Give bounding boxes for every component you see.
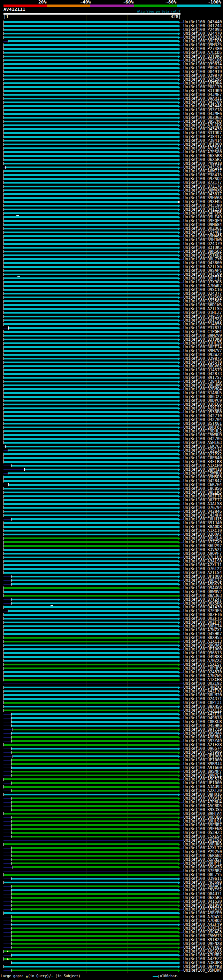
hit-arrow-icon <box>178 568 180 571</box>
hit-arrow-icon <box>178 82 180 85</box>
hit-arrow-icon <box>178 966 180 968</box>
hit-arrow-icon <box>178 655 180 659</box>
hit-arrow-icon <box>178 595 180 597</box>
hit-arrow-icon <box>178 480 180 482</box>
hit-arrow-icon <box>178 786 180 788</box>
navy-underline <box>3 840 183 841</box>
navy-underline-right <box>180 917 183 918</box>
hit-arrow-icon <box>178 71 180 73</box>
hit-bar <box>11 518 178 520</box>
hit-arrow-icon <box>178 113 180 115</box>
navy-underline-right <box>180 83 183 84</box>
hit-arrow-icon <box>178 334 180 337</box>
hit-bar <box>4 881 178 883</box>
hit-bar <box>4 117 178 119</box>
hit-bar <box>4 189 178 191</box>
hit-arrow-icon <box>178 465 180 467</box>
hit-bar <box>4 557 178 558</box>
navy-underline <box>3 768 11 768</box>
hit-bar <box>4 385 178 386</box>
hit-arrow-icon <box>178 361 180 364</box>
legend-subject-gap-text: (in Subject) <box>53 974 80 978</box>
hit-bar <box>8 40 178 42</box>
hit-bar <box>4 813 178 815</box>
hit-bar <box>4 404 178 405</box>
hit-bar <box>4 25 178 27</box>
navy-underline <box>3 722 11 722</box>
hit-arrow-icon <box>178 510 180 513</box>
hit-arrow-icon <box>178 904 180 907</box>
navy-underline-right <box>180 366 183 367</box>
hit-bar <box>4 251 178 252</box>
hit-arrow-icon <box>178 824 180 827</box>
hit-arrow-icon <box>178 694 180 697</box>
navy-underline <box>3 878 11 879</box>
hit-arrow-icon <box>178 243 180 245</box>
hit-arrow-icon <box>178 453 180 456</box>
hit-bar <box>4 266 178 268</box>
hit-arrow-icon <box>178 862 180 865</box>
hit-arrow-icon <box>178 514 180 517</box>
hit-arrow-icon <box>178 866 180 869</box>
hit-arrow-icon <box>178 877 180 880</box>
hit-arrow-icon <box>178 235 180 238</box>
navy-underline-right <box>180 932 183 933</box>
hit-arrow-icon <box>178 893 180 896</box>
hit-arrow-icon <box>178 239 180 242</box>
hit-bar <box>11 920 178 921</box>
hit-bar <box>11 740 178 742</box>
navy-underline <box>3 580 11 581</box>
hit-bar <box>11 970 178 971</box>
hit-bar <box>4 794 178 795</box>
navy-underline-right <box>180 542 183 542</box>
hit-bar <box>11 924 178 926</box>
scale-label: ~100% <box>208 0 221 4</box>
navy-underline-right <box>180 595 183 596</box>
hit-arrow-icon <box>178 430 180 433</box>
navy-underline <box>3 466 11 466</box>
hit-bar <box>11 817 178 818</box>
hit-arrow-icon <box>178 950 180 953</box>
navy-underline-right <box>180 75 183 76</box>
hit-arrow-icon <box>178 541 180 544</box>
navy-underline <box>3 584 11 585</box>
hit-bar <box>11 759 178 761</box>
hit-row[interactable]: UniRef100_Q5MJW7 <box>0 969 223 972</box>
hit-arrow-icon <box>178 763 180 765</box>
hit-arrow-icon <box>178 962 180 964</box>
hit-arrow-icon <box>178 732 180 735</box>
hit-bar <box>4 258 178 260</box>
hit-arrow-icon <box>178 67 180 70</box>
hit-arrow-icon <box>178 797 180 800</box>
navy-underline-right <box>180 137 183 137</box>
hit-bar <box>4 698 178 700</box>
tool-version: AlignView.pm Beta rel.7 <box>137 10 180 13</box>
hit-bar <box>4 377 178 379</box>
subject-gap-icon <box>16 215 19 216</box>
navy-underline-right <box>180 909 183 910</box>
navy-underline-right <box>180 236 183 237</box>
navy-underline <box>3 901 11 902</box>
hit-arrow-icon <box>178 606 180 609</box>
hit-bar <box>13 756 178 757</box>
hit-bar <box>9 484 178 486</box>
hit-bar <box>11 782 178 784</box>
hit-bar <box>4 121 178 123</box>
navy-underline-right <box>180 611 183 611</box>
navy-underline-right <box>180 404 183 405</box>
hit-bar <box>4 572 178 574</box>
hit-bar <box>11 790 178 792</box>
hit-arrow-icon <box>178 728 180 731</box>
navy-underline-right <box>180 488 183 489</box>
navy-underline <box>3 729 13 730</box>
hit-bar <box>4 365 178 367</box>
navy-underline-right <box>180 328 183 329</box>
hit-arrow-icon <box>178 736 180 739</box>
hit-arrow-icon <box>178 484 180 486</box>
hit-arrow-icon <box>178 533 180 536</box>
hit-arrow-icon <box>178 629 180 632</box>
hit-arrow-icon <box>178 415 180 417</box>
hit-arrow-icon <box>178 55 180 58</box>
hit-bar <box>4 33 178 34</box>
ruler-start-label: 1 <box>6 14 8 19</box>
